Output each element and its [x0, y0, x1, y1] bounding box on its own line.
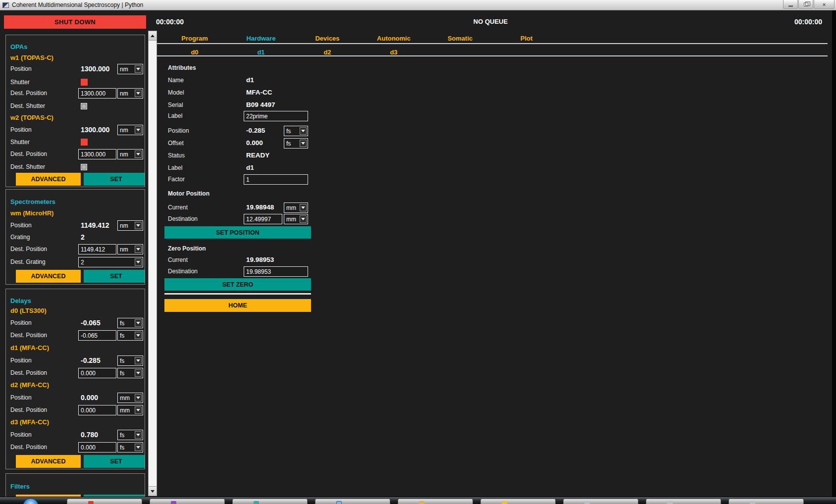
- unit-value: mm: [118, 405, 135, 415]
- w2-dest-shutter-row: Dest. Shutter: [6, 162, 145, 172]
- tab-devices[interactable]: Devices: [294, 35, 361, 42]
- wm-dest-unit-select[interactable]: nm: [117, 244, 143, 254]
- d2-position-unit-select[interactable]: mm: [117, 393, 143, 403]
- position-value: 1300.000: [81, 64, 109, 74]
- chevron-down-icon: [135, 332, 142, 339]
- opas-advanced-button[interactable]: ADVANCED: [16, 173, 81, 186]
- attr-label-row: Label: [164, 111, 311, 121]
- w1-position-unit-select[interactable]: nm: [117, 64, 143, 74]
- unit-value: fs: [118, 331, 135, 341]
- taskbar-button[interactable]: [67, 499, 142, 504]
- wm-dest-position-row: Dest. Position nm: [6, 244, 145, 254]
- shutdown-button[interactable]: SHUT DOWN: [4, 15, 146, 29]
- d2-dest-position-input[interactable]: [78, 405, 116, 415]
- motor-current-unit-select[interactable]: mm: [284, 202, 308, 213]
- d1-dest-unit-select[interactable]: fs: [117, 368, 143, 378]
- attr-offset-unit-select[interactable]: fs: [284, 138, 308, 149]
- chevron-down-icon: [135, 222, 142, 229]
- position-value: 0.000: [81, 393, 98, 403]
- taskbar-button[interactable]: [480, 499, 556, 504]
- wm-dest-position-input[interactable]: [78, 244, 116, 254]
- tab-hardware[interactable]: Hardware: [228, 35, 294, 42]
- spectrometers-advanced-button[interactable]: ADVANCED: [16, 270, 81, 283]
- w2-dest-unit-select[interactable]: nm: [117, 149, 143, 159]
- taskbar-button[interactable]: [563, 499, 638, 504]
- home-button[interactable]: HOME: [164, 299, 311, 312]
- set-zero-button[interactable]: SET ZERO: [164, 278, 311, 291]
- w2-position-row: Position 1300.000 nm: [6, 125, 145, 135]
- taskbar-button[interactable]: [315, 499, 390, 504]
- taskbar: [0, 497, 836, 504]
- w2-shutter-row: Shutter: [6, 137, 145, 148]
- taskbar-button[interactable]: [646, 499, 721, 504]
- zero-destination-input[interactable]: [244, 266, 308, 277]
- w2-dest-shutter-checkbox[interactable]: [81, 164, 87, 170]
- motor-destination-unit-select[interactable]: mm: [284, 214, 308, 224]
- sidebar-scrollbar[interactable]: [148, 31, 157, 496]
- delays-advanced-button[interactable]: ADVANCED: [16, 455, 81, 468]
- set-position-button[interactable]: SET POSITION: [164, 226, 311, 239]
- factor-input[interactable]: [244, 174, 308, 185]
- d0-dest-position-input[interactable]: [78, 330, 116, 341]
- d0-dest-position-row: Dest. Position fs: [6, 330, 145, 341]
- subtab-d3[interactable]: d3: [361, 49, 427, 56]
- d3-dest-position-input[interactable]: [78, 442, 116, 453]
- window-right-edge: [832, 10, 836, 497]
- delays-set-button[interactable]: SET: [84, 455, 145, 468]
- wm-position-unit-select[interactable]: nm: [117, 220, 143, 231]
- device-header-w2: w2 (TOPAS-C): [10, 113, 53, 123]
- attr-label2-row: Label d1: [164, 163, 311, 173]
- chevron-down-icon: [135, 357, 142, 364]
- wm-dest-grating-select[interactable]: 2: [78, 257, 143, 267]
- label-input[interactable]: [244, 111, 308, 121]
- w1-dest-shutter-checkbox[interactable]: [81, 103, 87, 109]
- taskbar-button[interactable]: [150, 499, 225, 504]
- opas-set-button[interactable]: SET: [84, 173, 145, 186]
- field-label: Factor: [168, 174, 185, 184]
- scrollbar-up-button[interactable]: [149, 31, 157, 41]
- close-icon: ×: [823, 1, 826, 7]
- w1-dest-position-input[interactable]: [78, 88, 116, 99]
- restore-icon: [804, 2, 808, 6]
- w2-dest-position-input[interactable]: [78, 149, 116, 159]
- field-label: Destination: [168, 214, 198, 224]
- d0-dest-unit-select[interactable]: fs: [117, 330, 143, 341]
- restore-button[interactable]: [798, 0, 813, 9]
- attr-name-row: Name d1: [164, 75, 311, 86]
- label2-value: d1: [246, 163, 254, 173]
- subtab-d2[interactable]: d2: [294, 49, 361, 56]
- spectrometers-set-button[interactable]: SET: [84, 270, 145, 283]
- d0-position-unit-select[interactable]: fs: [117, 318, 143, 328]
- d3-position-unit-select[interactable]: fs: [117, 430, 143, 440]
- tab-somatic[interactable]: Somatic: [427, 35, 493, 42]
- motor-destination-input[interactable]: [244, 214, 282, 224]
- taskbar-button[interactable]: [398, 499, 473, 504]
- shutter-indicator: [81, 139, 88, 146]
- subtab-d1[interactable]: d1: [228, 49, 294, 56]
- attr-position-unit-select[interactable]: fs: [284, 126, 308, 136]
- app-window-icon: [336, 501, 342, 504]
- tab-plot[interactable]: Plot: [493, 35, 560, 42]
- w1-dest-unit-select[interactable]: nm: [117, 88, 143, 99]
- w1-position-row: Position 1300.000 nm: [6, 64, 145, 74]
- d3-dest-unit-select[interactable]: fs: [117, 442, 143, 453]
- status-value: READY: [246, 151, 269, 160]
- w2-position-unit-select[interactable]: nm: [117, 125, 143, 135]
- d1-dest-position-input[interactable]: [78, 368, 116, 378]
- d3-dest-position-row: Dest. Position fs: [6, 442, 145, 453]
- tab-program[interactable]: Program: [161, 35, 228, 42]
- start-button[interactable]: [23, 498, 39, 504]
- d1-position-unit-select[interactable]: fs: [117, 355, 143, 366]
- field-label: Shutter: [10, 137, 30, 147]
- tab-autonomic[interactable]: Autonomic: [361, 35, 427, 42]
- taskbar-button[interactable]: [729, 499, 804, 504]
- unit-value: nm: [118, 245, 135, 254]
- app-red-icon: [88, 501, 94, 504]
- scrollbar-down-button[interactable]: [149, 486, 157, 496]
- chevron-down-icon: [300, 127, 307, 135]
- taskbar-button[interactable]: [232, 499, 308, 504]
- d2-dest-unit-select[interactable]: mm: [117, 405, 143, 415]
- close-button[interactable]: ×: [814, 0, 835, 9]
- subtab-d0[interactable]: d0: [161, 49, 228, 56]
- minimize-button[interactable]: [783, 0, 798, 9]
